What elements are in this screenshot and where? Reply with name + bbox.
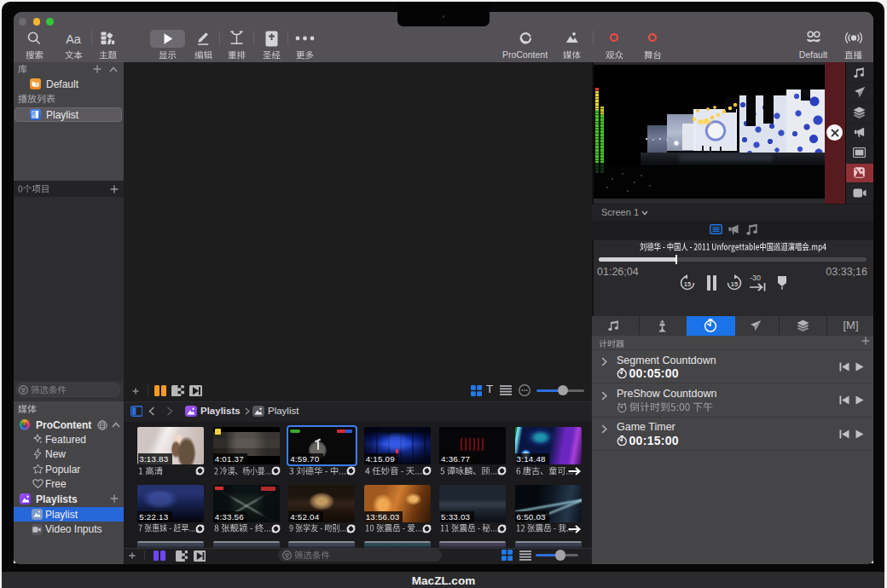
svg-text:15: 15 xyxy=(731,280,738,287)
svg-text:-30: -30 xyxy=(750,274,761,282)
svg-text:15: 15 xyxy=(684,280,691,287)
